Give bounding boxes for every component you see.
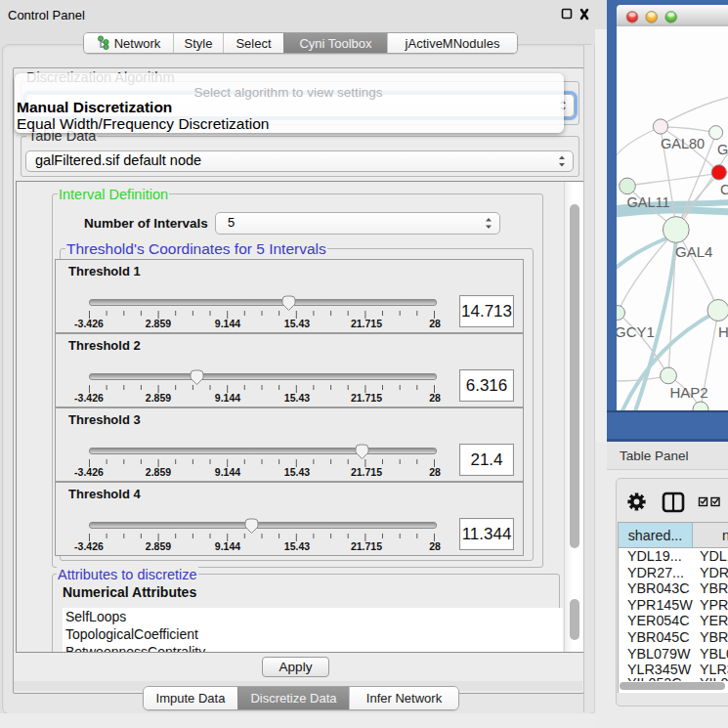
svg-text:C: C	[720, 182, 728, 197]
svg-text:GA: GA	[717, 142, 728, 157]
svg-text:GAL80: GAL80	[661, 136, 705, 151]
svg-text:GCY1: GCY1	[617, 323, 655, 340]
svg-text:H: H	[718, 323, 728, 340]
svg-text:GAL4: GAL4	[675, 243, 712, 260]
svg-text:GAL11: GAL11	[627, 194, 670, 210]
svg-text:HAP2: HAP2	[669, 384, 707, 401]
